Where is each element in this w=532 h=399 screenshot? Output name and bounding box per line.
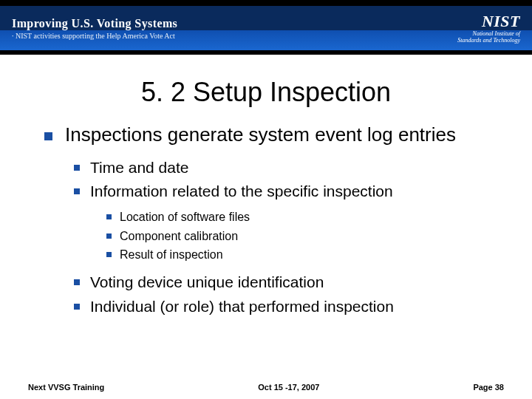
- banner-title: Improving U.S. Voting Systems: [12, 17, 177, 30]
- bullet-l3-2: Result of inspection: [106, 247, 488, 263]
- bullet-l2-1: Information related to the specific insp…: [74, 181, 488, 264]
- bullet-text: Component calibration: [120, 230, 238, 242]
- footer-left: Next VVSG Training: [28, 383, 104, 392]
- bullet-text: Location of software files: [120, 211, 250, 223]
- top-black-bar: [0, 0, 532, 6]
- footer-center: Oct 15 -17, 2007: [258, 383, 319, 392]
- bullet-text: Time and date: [90, 159, 188, 176]
- bullet-text: Individual (or role) that performed insp…: [90, 298, 394, 315]
- header-banner: Improving U.S. Voting Systems · NIST act…: [0, 6, 532, 50]
- slide-footer: Next VVSG Training Oct 15 -17, 2007 Page…: [0, 383, 532, 392]
- banner-subtitle: · NIST activities supporting the Help Am…: [12, 32, 177, 40]
- bullet-l2-3: Individual (or role) that performed insp…: [74, 296, 488, 317]
- bullet-text: Inspections generate system event log en…: [65, 123, 456, 146]
- slide-content: 5. 2 Setup Inspection Inspections genera…: [0, 55, 532, 317]
- bullet-l2-0: Time and date: [74, 157, 488, 178]
- bullet-text: Result of inspection: [120, 248, 223, 261]
- banner-left: Improving U.S. Voting Systems · NIST act…: [12, 17, 177, 40]
- bullet-list-lvl2: Time and date Information related to the…: [74, 157, 488, 318]
- footer-right: Page 38: [473, 383, 504, 392]
- nist-logo: NIST: [482, 12, 520, 31]
- bullet-text: Information related to the specific insp…: [90, 183, 393, 200]
- banner-right: NIST National Institute of Standards and…: [457, 12, 520, 44]
- bullet-l3-0: Location of software files: [106, 209, 488, 225]
- bullet-list-lvl1: Inspections generate system event log en…: [44, 123, 488, 317]
- bullet-l3-1: Component calibration: [106, 228, 488, 245]
- bullet-l1-0: Inspections generate system event log en…: [44, 123, 488, 317]
- bullet-list-lvl3: Location of software files Component cal…: [106, 209, 488, 263]
- slide-title: 5. 2 Setup Inspection: [44, 77, 488, 108]
- slide: Improving U.S. Voting Systems · NIST act…: [0, 0, 532, 399]
- nist-logo-sub2: Standards and Technology: [457, 38, 520, 44]
- bullet-l2-2: Voting device unique identification: [74, 272, 488, 293]
- bullet-text: Voting device unique identification: [90, 273, 324, 290]
